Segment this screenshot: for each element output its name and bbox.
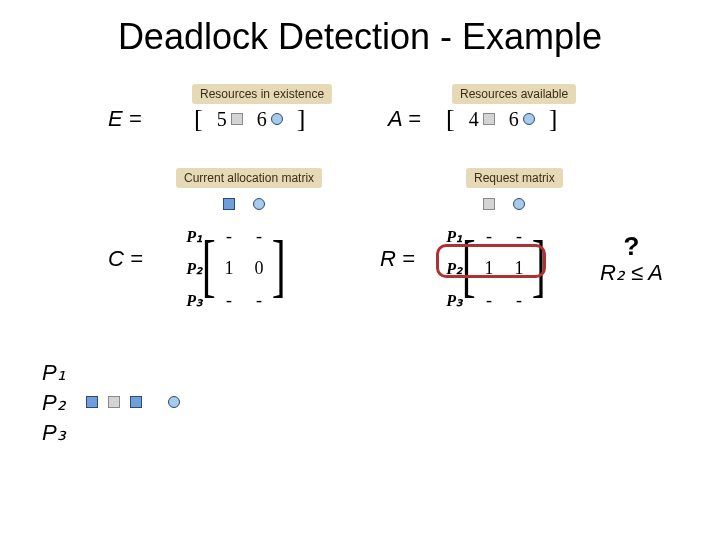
label-current-alloc: Current allocation matrix <box>176 168 322 188</box>
vector-A-val1: 6 <box>509 108 519 131</box>
square-icon <box>130 396 142 408</box>
vector-A-label: A = <box>388 106 421 132</box>
annotation: ? R₂ ≤ A <box>600 232 663 285</box>
square-icon <box>108 396 120 408</box>
slide-stage: Resources in existence Resources availab… <box>0 70 720 540</box>
circle-icon <box>168 396 180 408</box>
matrix-C: P₁ [ - - ] P₂ 1 0 P₃ - - <box>180 188 284 316</box>
matrix-cell: - <box>256 226 262 247</box>
square-icon <box>231 113 243 125</box>
vector-E: [ 5 6 ] <box>194 104 305 134</box>
circle-icon <box>271 113 283 125</box>
bracket-right-icon: ] <box>549 104 558 134</box>
vector-A-val0: 4 <box>469 108 479 131</box>
square-icon <box>483 198 495 210</box>
highlight-box <box>436 244 546 278</box>
vector-A: [ 4 6 ] <box>446 104 557 134</box>
matrix-cell: - <box>486 290 492 311</box>
annotation-rel: R₂ ≤ A <box>600 260 663 285</box>
square-icon <box>223 198 235 210</box>
process-label: P₂ <box>42 390 66 420</box>
label-resources-existence: Resources in existence <box>192 84 332 104</box>
bracket-left-icon: [ <box>446 104 455 134</box>
annotation-q: ? <box>600 232 663 261</box>
vector-E-val0: 5 <box>217 108 227 131</box>
matrix-cell: 1 <box>225 258 234 279</box>
process-label: P₃ <box>42 420 66 450</box>
vector-E-val1: 6 <box>257 108 267 131</box>
bracket-left-icon: [ <box>194 104 203 134</box>
matrix-cell: - <box>516 290 522 311</box>
matrix-cell: - <box>256 290 262 311</box>
square-icon <box>483 113 495 125</box>
p2-resource-icons <box>86 396 180 408</box>
process-label: P₁ <box>42 360 66 390</box>
matrix-C-label: C = <box>108 246 143 272</box>
matrix-cell: - <box>226 226 232 247</box>
label-resources-available: Resources available <box>452 84 576 104</box>
bracket-right-icon: ] <box>297 104 306 134</box>
square-icon <box>86 396 98 408</box>
label-request-matrix: Request matrix <box>466 168 563 188</box>
circle-icon <box>513 198 525 210</box>
process-list: P₁ P₂ P₃ <box>42 360 66 450</box>
matrix-R-label: R = <box>380 246 415 272</box>
matrix-cell: 0 <box>255 258 264 279</box>
circle-icon <box>253 198 265 210</box>
page-title: Deadlock Detection - Example <box>0 0 720 58</box>
vector-E-label: E = <box>108 106 142 132</box>
circle-icon <box>523 113 535 125</box>
matrix-cell: - <box>226 290 232 311</box>
